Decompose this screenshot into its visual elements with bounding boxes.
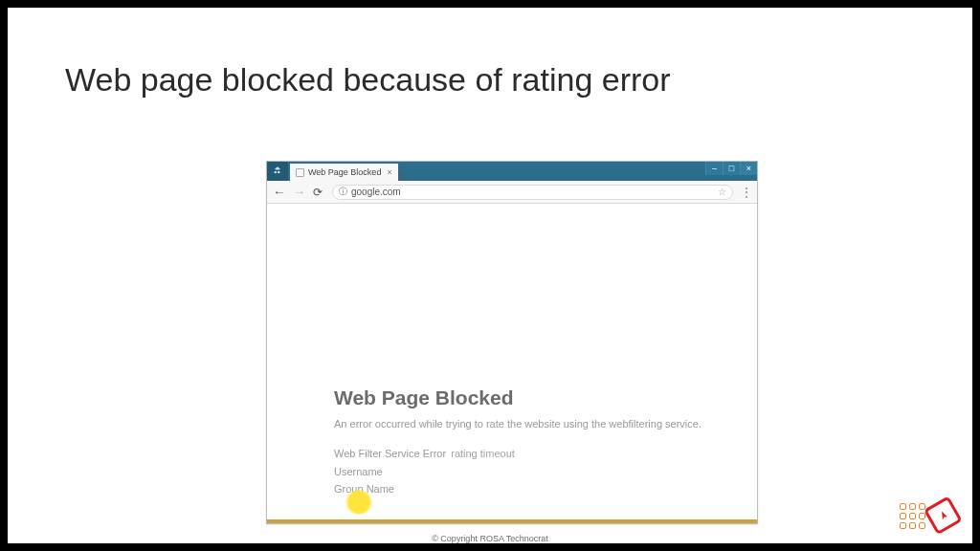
tab-close-icon[interactable]: × <box>387 167 391 177</box>
reload-icon[interactable]: ⟳ <box>313 186 323 199</box>
back-icon[interactable]: ← <box>273 185 285 199</box>
detail-label: Web Filter Service Error <box>334 448 446 459</box>
detail-value: rating timeout <box>451 448 515 459</box>
browser-menu-icon[interactable]: ⋮ <box>741 186 751 199</box>
url-text: google.com <box>351 187 401 197</box>
browser-window: Web Page Blocked × – □ × ← → ⟳ ⓘ google.… <box>266 161 758 524</box>
page-accent-bar <box>267 519 757 523</box>
page-icon <box>296 168 304 177</box>
url-field[interactable]: ⓘ google.com ☆ <box>332 185 733 200</box>
slide-title: Web page blocked because of rating error <box>65 61 671 99</box>
window-controls: – □ × <box>705 162 757 175</box>
bookmark-star-icon[interactable]: ☆ <box>718 187 726 197</box>
window-close[interactable]: × <box>740 162 757 175</box>
site-info-icon[interactable]: ⓘ <box>339 186 347 198</box>
blocked-heading: Web Page Blocked <box>334 386 719 409</box>
browser-titlebar: Web Page Blocked × – □ × <box>267 162 757 181</box>
tab-title: Web Page Blocked <box>308 167 381 177</box>
incognito-icon <box>267 162 288 181</box>
brand-logo <box>900 497 967 545</box>
copyright-text: © Copyright ROSA Technocrat <box>432 534 548 543</box>
brand-diamond-icon <box>921 494 968 540</box>
detail-row-group: Group Name <box>334 480 719 498</box>
blocked-message: An error occurred while trying to rate t… <box>334 417 719 431</box>
new-tab-wedge[interactable] <box>398 164 410 181</box>
address-bar: ← → ⟳ ⓘ google.com ☆ ⋮ <box>267 181 757 204</box>
forward-icon: → <box>293 185 305 199</box>
window-minimize[interactable]: – <box>705 162 723 175</box>
browser-tab[interactable]: Web Page Blocked × <box>290 164 398 181</box>
blocked-details: Web Filter Service Error rating timeout … <box>334 445 719 498</box>
slide: Web page blocked because of rating error… <box>8 8 972 543</box>
page-viewport: Web Page Blocked An error occurred while… <box>267 204 757 523</box>
window-maximize[interactable]: □ <box>723 162 740 175</box>
detail-row-service-error: Web Filter Service Error rating timeout <box>334 445 719 463</box>
blocked-panel: Web Page Blocked An error occurred while… <box>334 386 719 498</box>
detail-row-username: Username <box>334 463 719 481</box>
